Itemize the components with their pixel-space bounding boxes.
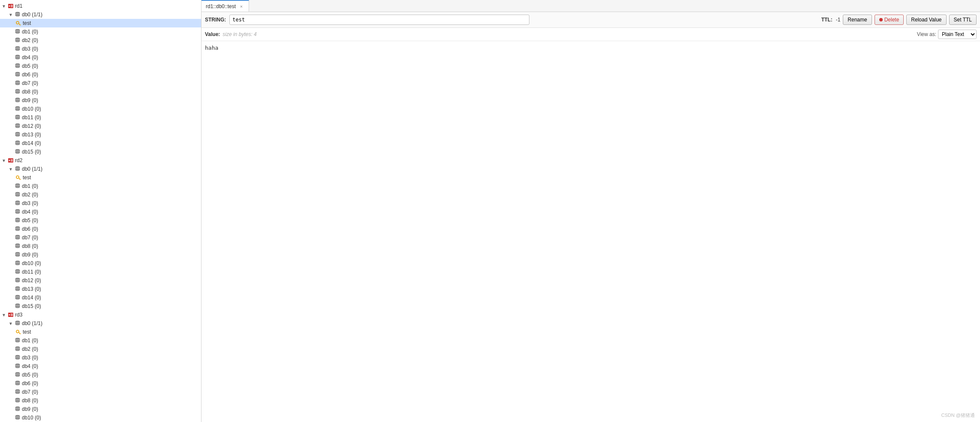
sidebar-item-rd1-db12[interactable]: db12 (0) <box>0 122 201 130</box>
db-icon <box>15 277 21 283</box>
sidebar-item-rd2-db3[interactable]: db3 (0) <box>0 199 201 208</box>
sidebar-item-rd2-db11[interactable]: db11 (0) <box>0 268 201 276</box>
sidebar-item-rd2-db15[interactable]: db15 (0) <box>0 302 201 310</box>
sidebar-item-rd3-db6[interactable]: db6 (0) <box>0 379 201 388</box>
db-label: db10 (0) <box>22 260 41 266</box>
db-icon <box>15 54 21 60</box>
sidebar[interactable]: ▼ rd1 ▼ db0 (1/1) <box>0 0 201 422</box>
main-container: ▼ rd1 ▼ db0 (1/1) <box>0 0 980 422</box>
toolbar: STRING: TTL: -1 Rename Delete Reload Val… <box>201 12 980 28</box>
sidebar-item-rd1-db8[interactable]: db8 (0) <box>0 87 201 96</box>
view-as-select[interactable]: Plain TextJSONHexBinaryMSGPACK <box>938 30 977 39</box>
svg-point-90 <box>15 246 20 248</box>
sidebar-item-rd3-db0[interactable]: ▼ db0 (1/1) <box>0 319 201 328</box>
sidebar-item-rd1-db5[interactable]: db5 (0) <box>0 62 201 70</box>
svg-point-64 <box>16 176 19 178</box>
sidebar-item-rd3-db1[interactable]: db1 (0) <box>0 336 201 345</box>
svg-point-120 <box>16 330 19 333</box>
db-icon <box>15 346 21 352</box>
sidebar-item-rd1-db3[interactable]: db3 (0) <box>0 45 201 53</box>
db-label: db14 (0) <box>22 140 41 146</box>
sidebar-item-rd2-db5[interactable]: db5 (0) <box>0 216 201 225</box>
sidebar-item-rd2-db9[interactable]: db9 (0) <box>0 250 201 259</box>
sidebar-item-rd1-db14[interactable]: db14 (0) <box>0 139 201 148</box>
tab-rd1-db0-test[interactable]: rd1::db0::test × <box>201 0 249 12</box>
tab-close-button[interactable]: × <box>238 3 244 9</box>
delete-button[interactable]: Delete <box>875 15 904 25</box>
db-arrow-icon: ▼ <box>9 321 14 326</box>
db-icon <box>15 235 21 241</box>
svg-point-96 <box>15 263 20 265</box>
db-icon <box>15 166 21 172</box>
db-label: db5 (0) <box>22 217 38 223</box>
sidebar-item-rd2-db6[interactable]: db6 (0) <box>0 225 201 233</box>
db-label: db14 (0) <box>22 295 41 301</box>
sidebar-item-rd1-db4[interactable]: db4 (0) <box>0 53 201 62</box>
sidebar-item-server-rd2[interactable]: ▼ rd2 <box>0 156 201 165</box>
db-icon <box>15 37 21 43</box>
svg-point-55 <box>15 152 20 154</box>
sidebar-item-rd3-db5[interactable]: db5 (0) <box>0 371 201 379</box>
rename-button[interactable]: Rename <box>843 15 872 25</box>
arrow-icon: ▼ <box>2 158 7 163</box>
sidebar-item-rd1-db2[interactable]: db2 (0) <box>0 36 201 45</box>
svg-point-72 <box>15 195 20 196</box>
sidebar-item-rd3-db8[interactable]: db8 (0) <box>0 396 201 405</box>
db-label: db1 (0) <box>22 338 38 344</box>
sidebar-item-rd2-db14[interactable]: db14 (0) <box>0 293 201 302</box>
sidebar-item-rd2-db0[interactable]: ▼ db0 (1/1) <box>0 165 201 173</box>
db-label: db15 (0) <box>22 303 41 309</box>
ttl-value: -1 <box>836 17 841 23</box>
sidebar-item-rd2-db7[interactable]: db7 (0) <box>0 233 201 242</box>
sidebar-item-rd1-db0[interactable]: ▼ db0 (1/1) <box>0 10 201 19</box>
db-label: db5 (0) <box>22 63 38 69</box>
sidebar-item-rd1-db9[interactable]: db9 (0) <box>0 96 201 105</box>
sidebar-item-rd3-db2[interactable]: db2 (0) <box>0 345 201 353</box>
db-label: db10 (0) <box>22 415 41 421</box>
db-label: db4 (0) <box>22 54 38 60</box>
set-ttl-button[interactable]: Set TTL <box>949 15 977 25</box>
sidebar-item-key-rd3-db0-test[interactable]: test <box>0 328 201 336</box>
svg-point-93 <box>15 255 20 256</box>
reload-button[interactable]: Reload Value <box>906 15 946 25</box>
sidebar-item-rd2-db4[interactable]: db4 (0) <box>0 208 201 216</box>
sidebar-item-key-rd1-db0-test[interactable]: test <box>0 19 201 27</box>
sidebar-item-rd1-db15[interactable]: db15 (0) <box>0 148 201 156</box>
right-panel: rd1::db0::test × STRING: TTL: -1 Rename … <box>201 0 980 422</box>
sidebar-item-rd1-db13[interactable]: db13 (0) <box>0 130 201 139</box>
db-icon <box>15 183 21 189</box>
key-label: test <box>23 329 31 335</box>
sidebar-item-rd3-db10[interactable]: db10 (0) <box>0 413 201 422</box>
sidebar-item-rd2-db8[interactable]: db8 (0) <box>0 242 201 250</box>
sidebar-item-rd2-db1[interactable]: db1 (0) <box>0 182 201 190</box>
svg-point-25 <box>15 66 20 68</box>
sidebar-item-server-rd3[interactable]: ▼ rd3 <box>0 310 201 319</box>
db-label: db7 (0) <box>22 235 38 241</box>
sidebar-item-rd3-db4[interactable]: db4 (0) <box>0 362 201 371</box>
db-label: db2 (0) <box>22 346 38 352</box>
sidebar-item-rd1-db7[interactable]: db7 (0) <box>0 79 201 87</box>
sidebar-item-key-rd2-db0-test[interactable]: test <box>0 173 201 182</box>
sidebar-item-rd1-db11[interactable]: db11 (0) <box>0 113 201 122</box>
sidebar-item-rd1-db10[interactable]: db10 (0) <box>0 105 201 113</box>
sidebar-item-rd1-db6[interactable]: db6 (0) <box>0 70 201 79</box>
sidebar-item-rd2-db13[interactable]: db13 (0) <box>0 285 201 293</box>
svg-point-46 <box>15 126 20 128</box>
db-icon <box>15 320 21 326</box>
db-label: db8 (0) <box>22 398 38 404</box>
sidebar-item-rd3-db7[interactable]: db7 (0) <box>0 388 201 396</box>
sidebar-item-rd1-db1[interactable]: db1 (0) <box>0 27 201 36</box>
sidebar-item-rd2-db2[interactable]: db2 (0) <box>0 190 201 199</box>
tab-label: rd1::db0::test <box>206 3 236 9</box>
db-label: db0 (1/1) <box>22 12 42 18</box>
string-input[interactable] <box>229 15 529 25</box>
view-as-row: View as: Plain TextJSONHexBinaryMSGPACK <box>917 30 977 39</box>
sidebar-item-rd3-db3[interactable]: db3 (0) <box>0 353 201 362</box>
db-icon <box>15 192 21 198</box>
sidebar-item-rd2-db10[interactable]: db10 (0) <box>0 259 201 268</box>
sidebar-item-rd2-db12[interactable]: db12 (0) <box>0 276 201 285</box>
sidebar-item-server-rd1[interactable]: ▼ rd1 <box>0 2 201 10</box>
db-icon <box>15 363 21 369</box>
sidebar-item-rd3-db9[interactable]: db9 (0) <box>0 405 201 413</box>
db-arrow-icon: ▼ <box>9 12 14 17</box>
